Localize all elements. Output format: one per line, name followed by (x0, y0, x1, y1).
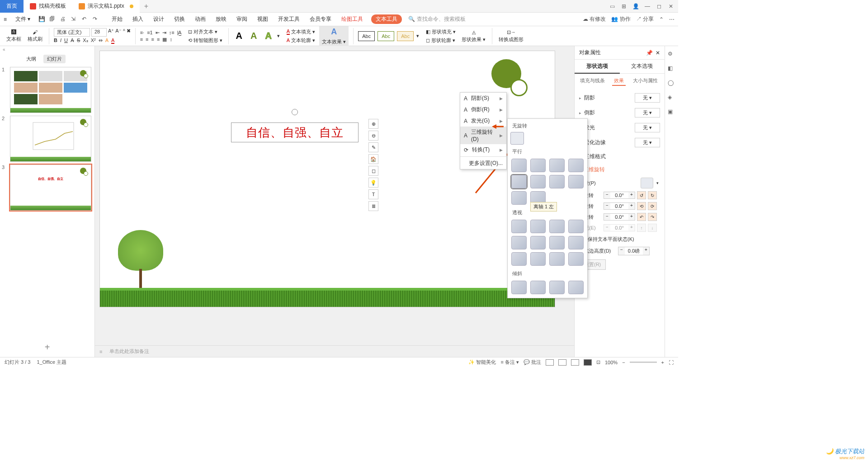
format-painter[interactable]: 🖌格式刷 (26, 29, 44, 42)
rail-shapes-icon[interactable]: ◯ (668, 80, 676, 88)
font-color-icon[interactable]: A (111, 38, 114, 44)
tab-text-tools[interactable]: 文本工具 (371, 14, 402, 24)
numbering-icon[interactable]: ≡1 (147, 30, 153, 36)
justify-icon[interactable]: ≡ (157, 37, 160, 42)
tab-vip[interactable]: 会员专享 (308, 14, 333, 24)
prop-shadow[interactable]: 阴影 (584, 94, 632, 102)
zoom-in-icon[interactable]: + (661, 360, 664, 365)
shape-style-1[interactable]: Abc (358, 31, 375, 41)
tab-view[interactable]: 视图 (255, 14, 270, 24)
y-rot-up[interactable]: ⟲ (637, 202, 646, 210)
rail-styles-icon[interactable]: ◧ (668, 65, 676, 73)
menu-shadow[interactable]: A阴影(S)▶ (460, 93, 506, 104)
subscript-icon[interactable]: X₂ (83, 38, 88, 44)
x-rotation-input[interactable]: −0.0°+ (604, 192, 635, 199)
save-icon[interactable]: 💾 (38, 16, 46, 23)
comments-button[interactable]: 💬 批注 (524, 359, 541, 366)
tab-document[interactable]: 演示文稿1.pptx (72, 0, 140, 13)
text-options-tab[interactable]: 文本选项 (620, 60, 665, 74)
rail-assets-icon[interactable]: ◈ (668, 94, 676, 102)
redo-icon[interactable]: ↷ (93, 16, 100, 23)
bold-icon[interactable]: B (54, 38, 57, 44)
strikethrough-icon[interactable]: A̶ (71, 38, 74, 44)
fit-icon[interactable]: ⊡ (596, 359, 600, 365)
char-spacing-icon[interactable]: ⇔ (99, 38, 103, 44)
perspective-preset[interactable] (530, 236, 546, 249)
perspective-preset[interactable] (530, 220, 546, 233)
superscript-icon[interactable]: X² (91, 38, 96, 44)
export-icon[interactable]: ⇲ (71, 16, 78, 23)
tab-home[interactable]: 首页 (0, 0, 24, 13)
z-rot-cw[interactable]: ↷ (648, 213, 657, 221)
perspective-preset[interactable] (511, 220, 527, 233)
line-spacing-icon[interactable]: ↕≡ (169, 30, 175, 36)
parallel-preset[interactable] (530, 159, 546, 172)
fly-pencil[interactable]: ✎ (368, 142, 378, 152)
text-outline-button[interactable]: A 文本轮廓 ▾ (285, 37, 316, 44)
rail-slides-icon[interactable]: ▣ (668, 108, 676, 117)
reader-mode-icon[interactable]: ▭ (609, 3, 616, 10)
fly-layers[interactable]: ≣ (368, 201, 378, 211)
oblique-preset[interactable] (530, 281, 546, 294)
tab-insert[interactable]: 插入 (131, 14, 145, 24)
close-icon[interactable]: ✕ (667, 3, 675, 10)
text-style-1[interactable]: A (233, 31, 245, 41)
tab-add[interactable]: + (140, 2, 153, 10)
align-right-icon[interactable]: ≡ (151, 37, 154, 42)
fly-crop[interactable]: ◻ (368, 166, 378, 176)
font-name-select[interactable]: 黑体 (正文) (54, 28, 90, 37)
slideshow-view-icon[interactable] (584, 359, 592, 366)
notes-button[interactable]: ≡ 备注 ▾ (500, 359, 519, 366)
minimize-icon[interactable]: — (644, 3, 651, 10)
share-button[interactable]: ↗ 分享 (636, 15, 654, 23)
text-fill-button[interactable]: A 文本填充 ▾ (285, 28, 316, 36)
zoom-level[interactable]: 100% (605, 360, 618, 365)
user-avatar-icon[interactable]: 👤 (632, 3, 639, 10)
indent-dec-icon[interactable]: ⇤ (156, 30, 160, 36)
reflection-select[interactable]: 无 ▾ (635, 108, 660, 118)
underline-icon[interactable]: U (64, 38, 68, 44)
parallel-preset[interactable] (511, 191, 527, 205)
prop-glow[interactable]: 发光 (584, 124, 632, 132)
prop-soft-edge[interactable]: 柔化边缘 (584, 139, 632, 146)
indent-inc-icon[interactable]: ⇥ (162, 30, 166, 36)
print-icon[interactable]: 🖨 (60, 16, 67, 23)
zoom-slider[interactable] (630, 362, 657, 363)
shape-options-tab[interactable]: 形状选项 (575, 60, 620, 74)
clear-format-icon[interactable]: ✖ (127, 28, 131, 37)
y-rotation-input[interactable]: −0.0°+ (604, 202, 635, 210)
slides-tab[interactable]: 幻灯片 (43, 55, 66, 63)
menu-transform[interactable]: ⟳转换(T)▶ (460, 144, 506, 155)
decrease-font-icon[interactable]: A⁻ (115, 28, 121, 37)
shape-effect-button[interactable]: ◬形状效果 ▾ (460, 29, 487, 43)
close-panel-icon[interactable]: ✕ (656, 50, 660, 56)
notes-bar[interactable]: 单击此处添加备注 (95, 345, 574, 357)
parallel-preset[interactable] (568, 175, 584, 188)
print-preview-icon[interactable]: 🗐 (49, 16, 57, 23)
softedge-select[interactable]: 无 ▾ (635, 138, 660, 147)
perspective-preset[interactable] (511, 236, 527, 249)
parallel-preset[interactable] (530, 175, 546, 188)
outline-tab[interactable]: 大纲 (23, 55, 40, 63)
parallel-preset[interactable] (511, 159, 527, 172)
cloud-sync[interactable]: ☁ 有修改 (583, 15, 606, 23)
subtab-effects[interactable]: 效果 (612, 76, 626, 86)
text-style-2[interactable]: A (248, 31, 259, 41)
tab-devtools[interactable]: 开发工具 (276, 14, 302, 24)
fly-fill[interactable]: 🏠 (368, 154, 378, 164)
tab-animation[interactable]: 动画 (193, 14, 208, 24)
shape-outline-button[interactable]: ◻ 形状轮廓 ▾ (425, 37, 457, 44)
bullets-icon[interactable]: ≡· (140, 30, 144, 36)
oblique-preset[interactable] (568, 281, 584, 294)
convert-to-shape[interactable]: ⊡→转换成图形 (497, 29, 525, 43)
reading-view-icon[interactable] (571, 359, 579, 366)
beautify-button[interactable]: ✨ 智能美化 (468, 359, 496, 366)
menu-reflection[interactable]: A倒影(R)▶ (460, 104, 506, 115)
pin-icon[interactable]: 📌 (646, 50, 653, 56)
oblique-preset[interactable] (511, 281, 527, 294)
app-menu-icon[interactable] (4, 16, 10, 23)
grid-icon[interactable]: ⊞ (620, 3, 627, 10)
prop-3d-format[interactable]: 三维格式 (584, 153, 660, 160)
zoom-out-icon[interactable]: − (622, 360, 625, 365)
distance-input[interactable]: −0.0磅+ (618, 247, 650, 255)
